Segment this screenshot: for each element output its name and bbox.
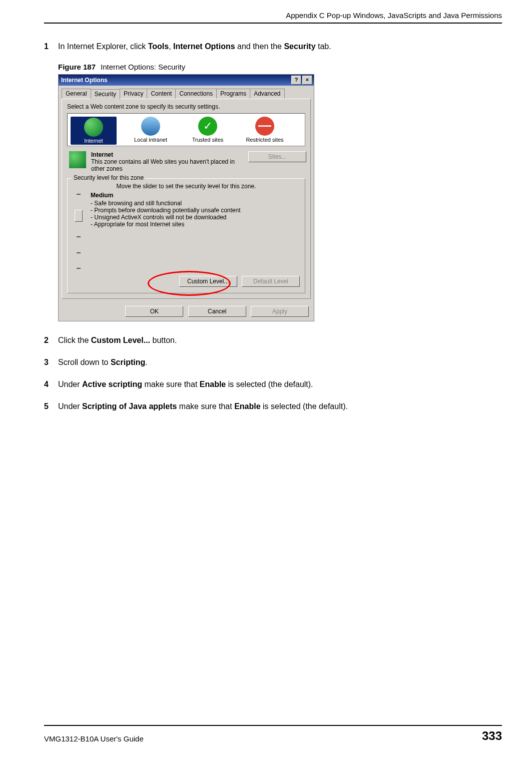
globe-icon: [84, 118, 103, 137]
custom-level-button[interactable]: Custom Level...: [179, 276, 237, 287]
step-4: 4 Under Active scripting make sure that …: [44, 378, 502, 391]
figure-title: Internet Options: Security: [101, 63, 185, 71]
help-button[interactable]: ?: [291, 76, 301, 85]
tab-security[interactable]: Security: [91, 89, 120, 99]
step-text: Scroll down to Scripting.: [58, 356, 148, 368]
figure-number: Figure 187: [58, 63, 96, 71]
figure-caption: Figure 187Internet Options: Security: [58, 63, 502, 71]
tab-connections[interactable]: Connections: [175, 89, 217, 99]
zone-trusted-sites[interactable]: Trusted sites: [185, 117, 231, 145]
step-number: 5: [44, 401, 58, 413]
footer-guide-name: VMG1312-B10A User's Guide: [44, 734, 144, 743]
step-text: In Internet Explorer, click Tools, Inter…: [58, 41, 331, 53]
dialog-tabs: General Security Privacy Content Connect…: [59, 86, 314, 99]
close-button[interactable]: ×: [302, 76, 312, 85]
step-text: Click the Custom Level... button.: [58, 334, 177, 346]
page-number: 333: [482, 729, 502, 743]
restricted-icon: [255, 117, 274, 136]
internet-options-dialog: Internet Options ? × General Security Pr…: [58, 74, 314, 321]
step-number: 4: [44, 378, 58, 391]
page-header: Appendix C Pop-up Windows, JavaScripts a…: [44, 11, 502, 24]
step-1: 1 In Internet Explorer, click Tools, Int…: [44, 41, 502, 53]
security-slider[interactable]: [73, 192, 85, 271]
dialog-title: Internet Options: [60, 77, 290, 84]
zone-restricted-sites[interactable]: Restricted sites: [242, 117, 288, 145]
zone-selector: Internet Local intranet Trusted sites Re…: [67, 113, 305, 146]
step-2: 2 Click the Custom Level... button.: [44, 334, 502, 346]
group-legend: Security level for this zone: [72, 174, 146, 181]
tab-programs[interactable]: Programs: [216, 89, 250, 99]
ok-button[interactable]: OK: [125, 306, 183, 317]
default-level-button[interactable]: Default Level: [242, 276, 300, 287]
zone-local-intranet[interactable]: Local intranet: [128, 117, 174, 145]
dialog-titlebar: Internet Options ? ×: [59, 75, 314, 86]
slider-thumb-icon: [75, 210, 83, 222]
step-number: 1: [44, 41, 58, 53]
trusted-icon: [198, 117, 217, 136]
globe-icon: [69, 151, 86, 168]
dialog-button-row: OK Cancel Apply: [59, 302, 314, 321]
step-text: Under Scripting of Java applets make sur…: [58, 401, 348, 413]
security-level-description: Medium - Safe browsing and still functio…: [91, 192, 300, 271]
tab-general[interactable]: General: [62, 89, 91, 99]
security-level-group: Security level for this zone Move the sl…: [67, 178, 305, 293]
tab-content[interactable]: Content: [147, 89, 176, 99]
header-title: Appendix C Pop-up Windows, JavaScripts a…: [286, 11, 502, 20]
page-footer: VMG1312-B10A User's Guide 333: [44, 725, 502, 743]
step-3: 3 Scroll down to Scripting.: [44, 356, 502, 368]
step-text: Under Active scripting make sure that En…: [58, 378, 313, 391]
slider-instruction: Move the slider to set the security leve…: [73, 183, 300, 190]
tab-privacy[interactable]: Privacy: [120, 89, 147, 99]
page-content: 1 In Internet Explorer, click Tools, Int…: [44, 41, 502, 725]
zone-internet[interactable]: Internet: [71, 117, 117, 145]
intranet-icon: [141, 117, 160, 136]
tab-advanced[interactable]: Advanced: [250, 89, 284, 99]
step-5: 5 Under Scripting of Java applets make s…: [44, 401, 502, 413]
zone-detail: Internet This zone contains all Web site…: [67, 146, 305, 175]
zone-instruction: Select a Web content zone to specify its…: [67, 103, 305, 110]
tab-body: Select a Web content zone to specify its…: [62, 99, 311, 299]
cancel-button[interactable]: Cancel: [188, 306, 246, 317]
sites-button[interactable]: Sites...: [248, 151, 306, 162]
step-number: 2: [44, 334, 58, 346]
zone-description: Internet This zone contains all Web site…: [91, 151, 243, 172]
step-number: 3: [44, 356, 58, 368]
apply-button[interactable]: Apply: [251, 306, 309, 317]
